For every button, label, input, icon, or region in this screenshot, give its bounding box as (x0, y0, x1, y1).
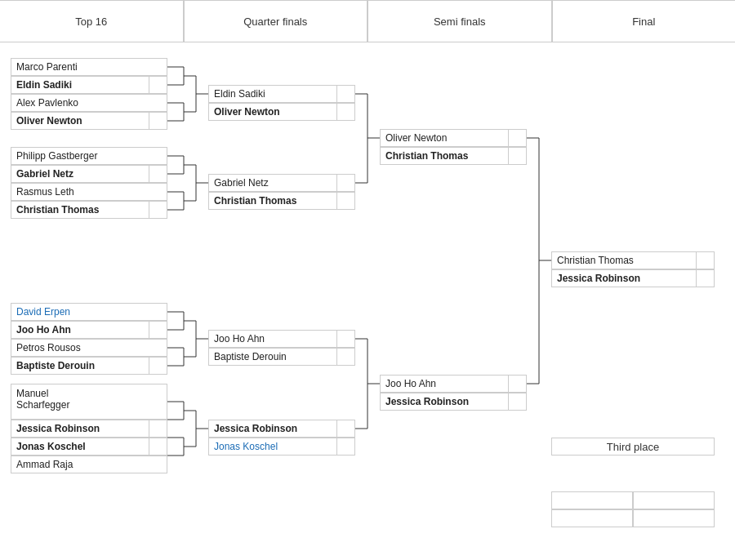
sf-player-4: Jessica Robinson (380, 393, 527, 411)
qf-player-1: Eldin Sadiki (208, 85, 355, 103)
top16-player-4: Oliver Newton (11, 112, 167, 130)
header-quarters: Quarter finals (184, 0, 368, 42)
final-player-1: Christian Thomas (551, 251, 715, 269)
header-row: Top 16 Quarter finals Semi finals Final (0, 0, 735, 42)
third-place-player-1 (551, 491, 633, 509)
qf-player-5: Joo Ho Ahn (208, 330, 355, 348)
sf-player-2: Christian Thomas (380, 147, 527, 165)
bracket-container: Top 16 Quarter finals Semi finals Final (0, 0, 735, 560)
sf-player-1: Oliver Newton (380, 129, 527, 147)
top16-player-3: Alex Pavlenko (11, 94, 167, 112)
sf-player-3: Joo Ho Ahn (380, 375, 527, 393)
top16-player-12: Baptiste Derouin (11, 357, 167, 375)
final-player-2: Jessica Robinson (551, 269, 715, 287)
qf-player-2: Oliver Newton (208, 103, 355, 121)
top16-player-5: Philipp Gastberger (11, 147, 167, 165)
qf-player-6: Baptiste Derouin (208, 348, 355, 366)
header-final: Final (552, 0, 736, 42)
top16-player-10: Joo Ho Ahn (11, 321, 167, 339)
third-place-player-2 (633, 491, 715, 509)
top16-player-15: Jonas Koschel (11, 438, 167, 456)
bracket-main: Marco Parenti Eldin Sadiki Alex Pavlenko… (0, 42, 735, 560)
top16-player-14: Jessica Robinson (11, 420, 167, 438)
header-top16: Top 16 (0, 0, 184, 42)
top16-player-7: Rasmus Leth (11, 183, 167, 201)
qf-player-7: Jessica Robinson (208, 420, 355, 438)
top16-player-6: Gabriel Netz (11, 165, 167, 183)
top16-player-1: Marco Parenti (11, 58, 167, 76)
third-place-player-4 (633, 509, 715, 527)
top16-player-8: Christian Thomas (11, 201, 167, 219)
top16-player-13: ManuelScharfegger (11, 384, 167, 420)
top16-player-16: Ammad Raja (11, 456, 167, 473)
top16-player-9: David Erpen (11, 303, 167, 321)
qf-player-8: Jonas Koschel (208, 438, 355, 456)
header-semis: Semi finals (368, 0, 552, 42)
third-place-player-3 (551, 509, 633, 527)
top16-player-2: Eldin Sadiki (11, 76, 167, 94)
qf-player-3: Gabriel Netz (208, 174, 355, 192)
third-place-label: Third place (551, 438, 715, 456)
top16-player-11: Petros Rousos (11, 339, 167, 357)
qf-player-4: Christian Thomas (208, 192, 355, 210)
